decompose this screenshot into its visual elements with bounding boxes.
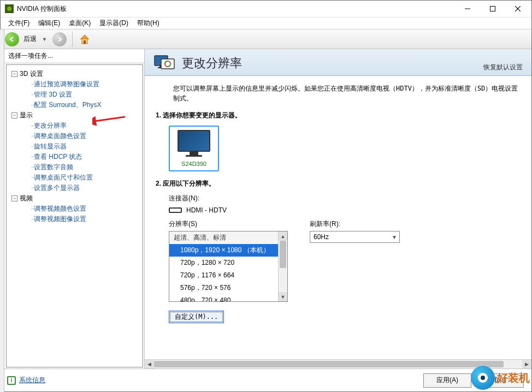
maximize-button[interactable] [480, 1, 505, 17]
tree-multi-display[interactable]: 设置多个显示器 [34, 184, 80, 192]
step1-title: 1. 选择你想要变更的显示器。 [156, 111, 521, 120]
svg-rect-2 [490, 7, 495, 11]
nvidia-icon [5, 4, 14, 13]
resolution-label: 分辨率(S) [169, 219, 288, 229]
resolution-option-720p-1176[interactable]: 720p，1176 × 664 [169, 269, 287, 282]
refresh-rate-dropdown[interactable]: 60Hz ▼ [310, 231, 400, 243]
resolution-option-576p[interactable]: 576p，720 × 576 [169, 282, 287, 294]
home-button[interactable] [78, 33, 91, 46]
tree-cat-3d[interactable]: 3D 设置 [20, 69, 43, 79]
refresh-rate-value: 60Hz [314, 233, 329, 241]
content-pane: 更改分辨率 恢复默认设置 您可以调整屏幕上显示的信息里并减少闪烁。如果您正在使用… [145, 49, 531, 369]
resolution-option-1080p[interactable]: 1080p，1920 × 1080 （本机） [169, 244, 287, 257]
task-tree[interactable]: −3D 设置 ┈通过预览调整图像设置 ┈管理 3D 设置 ┈配置 Surroun… [8, 66, 141, 227]
back-dropdown-icon[interactable]: ▼ [42, 37, 47, 42]
restore-defaults-link[interactable]: 恢复默认设置 [483, 63, 523, 72]
system-info-link[interactable]: 系统信息 [19, 376, 45, 385]
minimize-button[interactable] [455, 1, 480, 17]
window-title: NVIDIA 控制面板 [17, 4, 455, 14]
horizontal-scrollbar[interactable]: ◀ ▶ [145, 359, 531, 369]
custom-resolution-button[interactable]: 自定义(M)... [169, 311, 224, 323]
menu-help[interactable]: 帮助(H) [133, 17, 164, 29]
menu-file[interactable]: 文件(F) [4, 17, 34, 29]
refresh-label: 刷新率(R): [310, 219, 400, 229]
resolution-listbox[interactable]: 超清、高清、标清 1080p，1920 × 1080 （本机） 720p，128… [169, 231, 288, 302]
connector-value: HDMI - HDTV [186, 206, 227, 214]
resolution-option-480p[interactable]: 480p，720 × 480 [169, 294, 287, 302]
sidebar-title: 选择一项任务... [5, 49, 144, 63]
scroll-thumb[interactable] [154, 361, 504, 367]
monitor-icon [178, 130, 210, 157]
collapse-icon[interactable]: − [11, 195, 17, 201]
monitor-header-icon [153, 55, 175, 72]
tree-desktop-size[interactable]: 调整桌面尺寸和位置 [34, 174, 93, 181]
scroll-down-icon[interactable]: ▼ [279, 292, 287, 301]
monitor-selector[interactable]: S24D390 [169, 126, 219, 171]
menu-desktop[interactable]: 桌面(K) [64, 17, 95, 29]
step2-title: 2. 应用以下分辨率。 [156, 179, 521, 188]
info-icon: i [7, 376, 16, 385]
monitor-label: S24D390 [178, 161, 210, 167]
close-button[interactable] [505, 1, 530, 17]
forward-button[interactable] [52, 32, 67, 46]
hdmi-icon [169, 207, 182, 213]
tree-hdcp-status[interactable]: 查看 HDCP 状态 [34, 153, 82, 161]
menu-display[interactable]: 显示器(D) [95, 17, 133, 29]
tree-video-image[interactable]: 调整视频图像设置 [34, 215, 86, 223]
tree-cat-video[interactable]: 视频 [20, 194, 33, 203]
statusbar: i 系统信息 应用(A) 取消 [1, 369, 531, 391]
collapse-icon[interactable]: − [11, 112, 17, 118]
tree-3d-manage[interactable]: 管理 3D 设置 [34, 91, 72, 98]
svg-rect-11 [161, 59, 174, 69]
tree-rotate-display[interactable]: 旋转显示器 [34, 142, 67, 150]
listbox-group-hd: 超清、高清、标清 [169, 231, 287, 244]
tree-3d-preview[interactable]: 通过预览调整图像设置 [34, 80, 99, 88]
page-title: 更改分辨率 [182, 55, 242, 72]
tree-3d-surround[interactable]: 配置 Surround、PhysX [34, 101, 101, 109]
cancel-button[interactable]: 取消 [476, 373, 524, 388]
menubar: 文件(F) 编辑(E) 桌面(K) 显示器(D) 帮助(H) [1, 17, 531, 29]
left-dock-sliver [1, 49, 4, 369]
scroll-thumb[interactable] [280, 241, 286, 268]
toolbar-separator [72, 32, 73, 47]
back-button[interactable] [5, 32, 19, 46]
menu-edit[interactable]: 编辑(E) [34, 17, 64, 29]
scroll-left-icon[interactable]: ◀ [145, 360, 154, 369]
svg-rect-6 [84, 40, 86, 44]
toolbar: 后退 ▼ [1, 29, 531, 49]
connector-label: 连接器(N): [169, 194, 521, 203]
listbox-scrollbar[interactable]: ▲ ▼ [278, 231, 287, 301]
svg-point-0 [7, 7, 11, 11]
resolution-option-720p-1280[interactable]: 720p，1280 × 720 [169, 257, 287, 269]
scroll-right-icon[interactable]: ▶ [522, 360, 531, 369]
apply-button[interactable]: 应用(A) [423, 373, 471, 388]
collapse-icon[interactable]: − [11, 71, 17, 77]
chevron-down-icon: ▼ [392, 234, 397, 240]
titlebar: NVIDIA 控制面板 [1, 1, 531, 17]
tree-adjust-color[interactable]: 调整桌面颜色设置 [34, 132, 86, 140]
scroll-up-icon[interactable]: ▲ [279, 231, 287, 241]
tree-digital-audio[interactable]: 设置数字音频 [34, 163, 73, 171]
tree-change-resolution[interactable]: 更改分辨率 [34, 122, 67, 129]
tree-cat-display[interactable]: 显示 [20, 111, 33, 120]
tree-video-color[interactable]: 调整视频颜色设置 [34, 205, 86, 212]
page-description: 您可以调整屏幕上显示的信息里并减少闪烁。如果您正在使用高清晰度电视（HDTV），… [145, 76, 531, 111]
page-header: 更改分辨率 恢复默认设置 [145, 49, 531, 76]
back-label: 后退 [23, 34, 37, 44]
